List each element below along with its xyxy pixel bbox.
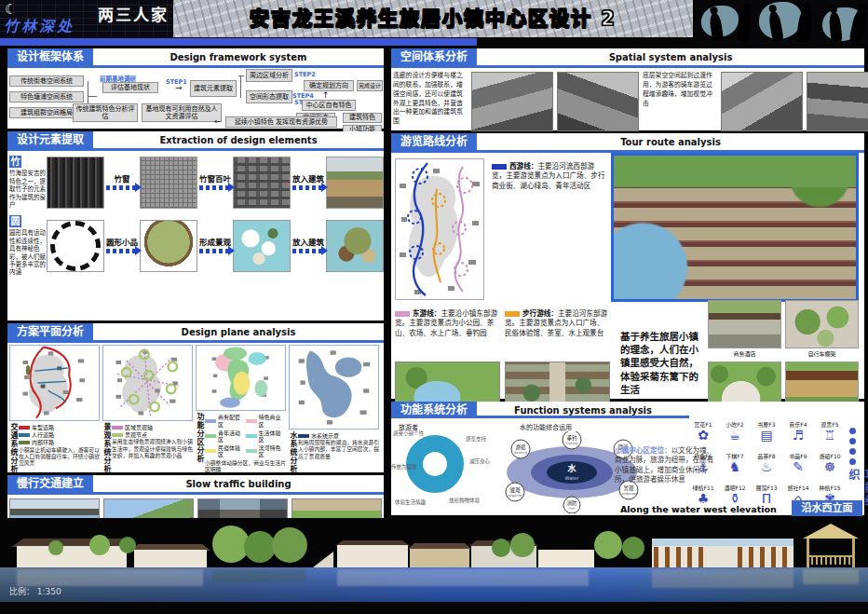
icon-fishing: 钓鱼F6⚓ (687, 452, 719, 484)
icon-calligraphy: 书画F9✎ (782, 452, 814, 484)
dashed-circle-graphic (47, 220, 104, 272)
step-arrow: 形成景观 (197, 239, 233, 253)
svg-text:水: 水 (567, 463, 576, 473)
title-strip: 安吉龙王溪养生旅居小镇中心区设计 2 (173, 0, 693, 37)
tree (622, 537, 644, 559)
legend-item: 商务配套区 (205, 414, 246, 427)
pavilion-railing (807, 555, 855, 565)
legend-item: 区域景观轴 (112, 424, 193, 430)
stilt-render-2 (807, 72, 868, 131)
route-map (395, 158, 484, 300)
flow-assess: 评估基地现状 (102, 82, 158, 93)
green-circle-graphic (140, 220, 197, 272)
panel-note: 小镇整体动静分区，商业与生活片区明确 (205, 460, 286, 473)
bike-shed-render (785, 300, 859, 348)
tree (594, 531, 622, 559)
reflection (337, 569, 589, 586)
flow-branch-top: 周边区域分析 (246, 69, 292, 82)
stilt-text: 底层架空空间起到过渡作用，为游客的骑车游览过程增添趣味，增加视觉冲击 (643, 72, 717, 130)
svg-text:垂钓: 垂钓 (566, 434, 577, 442)
left-column: 设计框架体系 Design framework system 传统街巷空间系统 … (7, 48, 384, 515)
dancer-silhouettes (694, 0, 868, 46)
tree (119, 537, 136, 553)
section-header: 功能系统分析 Function systems analysis (391, 402, 689, 418)
panel-note: 利用周围现有的湖泊，将水资源引入小镇内部，丰富了空间层次，提高了景观质量 (298, 440, 379, 460)
panel-zoning: 功能分区分析 商务配套区 特色商业区 青年活动区 生活体验区 民宿体验区 滨河特… (196, 345, 286, 473)
connector (88, 96, 97, 97)
concept-text: 基于养生旅居小镇的理念，人们在小镇里感受大自然，体验采菊东篱下的生活 (620, 330, 702, 396)
flow-input-2: 特色塘浦空间系统 (9, 91, 84, 102)
route-chip (505, 311, 520, 317)
icon-music: 音乐F4♬ (782, 420, 814, 452)
section-title-zh: 设计框架体系 (7, 48, 93, 65)
section-header: 设计框架体系 Design framework system (7, 48, 384, 68)
section-title-en: Design plane analysis (93, 323, 384, 340)
svg-text:消防: 消防 (566, 499, 577, 507)
connector (238, 75, 244, 76)
elevation-title-zh: 沿水西立面 (792, 500, 862, 516)
ring-label: 放松购物体验 (449, 497, 480, 504)
legend-item: 民宿体验区 (205, 444, 246, 457)
tree (89, 535, 110, 555)
ring-label: 体验生活情趣 (395, 498, 426, 506)
flow-branch-bottom: 空间形态提取 (246, 90, 292, 103)
building (410, 549, 469, 567)
roof (408, 543, 471, 549)
flow-assess-sub1: 传统建筑特色分析评估 (73, 103, 138, 122)
logo-line2: 竹林深处 (4, 14, 75, 36)
section-tour: 游览路线分析 Tour route analysis (391, 133, 864, 399)
legend-item: 特色商业区 (246, 414, 287, 427)
icon-boat: 游船F10☸ (814, 452, 846, 484)
step-arrow: 竹窗 (104, 175, 140, 190)
corridor-text: 连廊的设计方便楼与楼之间的联系，加强联系，增强空间感，还可以使建筑外观上更具特色… (393, 72, 468, 130)
panel-vtitle: 景观系统分析 (102, 423, 112, 473)
route-legend-walk: 步行游线：主要沿河东部游览。主要游览景点为入口广场、民俗体验馆、茶室、水上观景台 (505, 309, 609, 338)
reflection (652, 569, 793, 588)
tree (492, 539, 510, 557)
building (134, 550, 207, 567)
panel-water: 水系统分析 水系统示意 利用周围现有的湖泊，将水资源引入小镇内部，丰富了空间层次… (289, 345, 379, 473)
section-header: 空间体系分析 Spatial system analysis (391, 48, 864, 68)
dancer-figure (737, 8, 752, 41)
reflection (17, 569, 203, 586)
logo-block: ☾ 两三人家 竹林深处 (0, 0, 172, 37)
svg-text:Boating: Boating (514, 451, 527, 455)
step-arrow: 放入建筑 (291, 239, 326, 253)
logo-line1: 两三人家 (98, 2, 169, 25)
zoning-map (196, 345, 286, 411)
route-legend-west: 西游线：主要沿河流西部游览，主要游览景点为入口广场、步行商业街、湖心绿岛、青年活… (492, 162, 605, 191)
scale-label: 比例： 1:350 (9, 585, 61, 597)
element-desc: 竹海是安吉的特色之一，提取竹子的元素作为建筑的窗户 (9, 170, 47, 209)
legend-item: 青年活动区 (205, 430, 246, 443)
icon-chess: 下棋F7♞ (719, 452, 751, 484)
slide-structure (313, 552, 333, 567)
section-title-en: Function systems analysis (477, 402, 689, 416)
ring-label: 感受小镇个性 (393, 430, 424, 437)
flow-center: 中心区自有特色 (302, 100, 356, 111)
section-header: 慢行交通建立 Slow traffic building (7, 475, 384, 495)
element-desc: 圆形具有运动性和连续性，具有神秘色彩，被人们赋予更多丰富的内涵 (9, 229, 47, 277)
svg-text:Water: Water (565, 475, 580, 481)
svg-text:Fishing: Fishing (566, 442, 578, 445)
flow-output-1: 建筑特色 (343, 113, 382, 123)
section-title-zh: 功能系统分析 (391, 402, 477, 416)
bamboo-window-photo (140, 157, 197, 209)
section-title-en: Tour route analysis (477, 133, 864, 150)
section-title-zh: 游览路线分析 (391, 133, 477, 150)
water-diagram-label: 水的功能综合运用 (520, 422, 572, 431)
water-map (289, 345, 379, 430)
design-poster: ☾ 两三人家 竹林深处 安吉龙王溪养生旅居小镇中心区设计 2 设计框架体系 De… (0, 0, 868, 614)
blue-bar (0, 38, 477, 46)
section-header: 设计元素提取 Extraction of design elements (7, 131, 384, 151)
legend-item: 内部环路 (19, 439, 100, 445)
panel-vtitle: 功能分区分析 (196, 413, 205, 473)
ring-label: 传统为载体 (391, 463, 417, 471)
arrow-right: → (175, 84, 183, 92)
section-title-zh: 方案平面分析 (7, 323, 93, 340)
section-title-en: Slow traffic building (93, 475, 384, 492)
glass-band (652, 539, 793, 546)
svg-text:Irrigation: Irrigation (508, 494, 522, 498)
landscape-plan-image (233, 220, 291, 272)
route-legend-east: 东游线：主要沿小镇东部游览。主要游览景点为小公园、茶山、农场、水上广场、垂钓园 (395, 309, 499, 338)
final-plan-image (326, 220, 384, 272)
